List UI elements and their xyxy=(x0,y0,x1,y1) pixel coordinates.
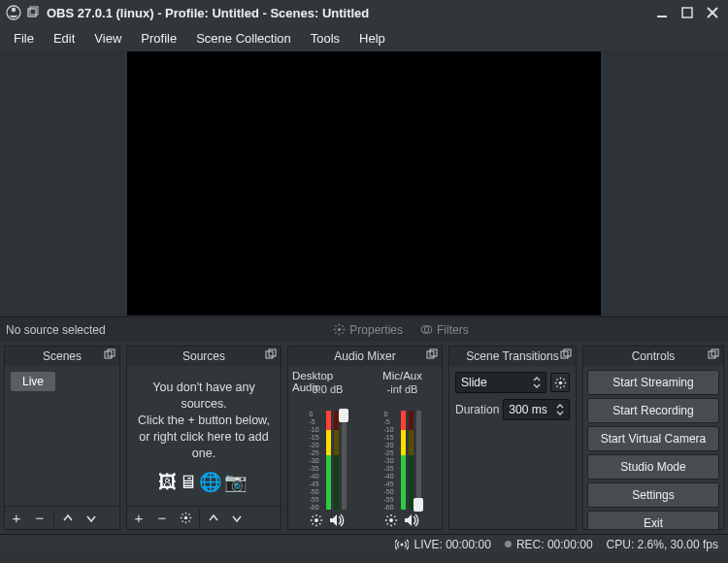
popout-icon[interactable] xyxy=(426,348,438,360)
menu-tools[interactable]: Tools xyxy=(301,27,349,50)
meter-bar xyxy=(409,411,414,510)
svg-point-8 xyxy=(338,328,341,331)
titlebar: OBS 27.0.1 (linux) - Profile: Untitled -… xyxy=(0,0,728,25)
svg-rect-2 xyxy=(28,9,36,17)
panel-scenes-title: Scenes xyxy=(43,349,82,363)
dock-panels: Scenes Live + − Sources You don't have a… xyxy=(0,342,728,534)
properties-button[interactable]: Properties xyxy=(329,321,407,339)
svg-point-15 xyxy=(183,516,187,520)
svg-point-25 xyxy=(401,543,404,546)
gear-icon xyxy=(333,323,346,336)
svg-point-1 xyxy=(12,8,17,13)
volume-slider[interactable] xyxy=(416,411,421,510)
app-icon xyxy=(6,5,21,20)
menu-view[interactable]: View xyxy=(84,27,131,50)
meter-bar xyxy=(326,411,331,510)
display-icon: 🖥 xyxy=(179,472,199,492)
status-live: LIVE: 00:00:00 xyxy=(395,538,490,551)
empty-sources-line: or right click here to add one. xyxy=(131,429,277,462)
panel-controls: Controls Start Streaming Start Recording… xyxy=(582,346,724,530)
speaker-icon[interactable] xyxy=(404,513,420,527)
meter-bar xyxy=(334,411,339,510)
remove-source-button[interactable]: − xyxy=(150,507,174,530)
panel-scenes: Scenes Live + − xyxy=(4,346,120,530)
scene-item[interactable]: Live xyxy=(11,372,55,391)
channel-gear-icon[interactable] xyxy=(384,513,398,527)
audio-channel: Mic/Aux -inf dB 0-5-10-15-20-25-30-35-40… xyxy=(367,370,438,529)
minimize-button[interactable] xyxy=(652,3,672,22)
empty-sources-line: You don't have any sources. xyxy=(131,380,277,413)
scene-up-button[interactable] xyxy=(56,507,80,530)
close-button[interactable] xyxy=(703,3,722,22)
popout-icon[interactable] xyxy=(265,348,277,360)
chevron-updown-icon xyxy=(533,377,541,388)
camera-icon: 📷 xyxy=(224,472,249,492)
panel-audio-mixer: Audio Mixer Desktop Audio 0.0 dB 0-5-10-… xyxy=(287,346,443,530)
panel-sources-title: Sources xyxy=(182,349,225,363)
menu-help[interactable]: Help xyxy=(349,27,395,50)
menu-edit[interactable]: Edit xyxy=(44,27,84,50)
channel-db: -inf dB xyxy=(387,383,418,397)
popout-icon[interactable] xyxy=(560,348,572,360)
channel-name: Mic/Aux xyxy=(382,370,422,383)
scene-down-button[interactable] xyxy=(80,507,103,530)
start-virtual-camera-button[interactable]: Start Virtual Camera xyxy=(587,426,719,451)
meter-bar xyxy=(401,411,406,510)
menu-profile[interactable]: Profile xyxy=(131,27,186,50)
preview-canvas[interactable] xyxy=(127,51,601,315)
source-toolbar: No source selected Properties Filters xyxy=(0,316,728,342)
image-icon: 🖼 xyxy=(158,472,179,492)
add-source-button[interactable]: + xyxy=(127,507,150,530)
db-scale: 0-5-10-15-20-25-30-35-40-45-50-55-60 xyxy=(384,411,398,510)
add-scene-button[interactable]: + xyxy=(5,507,28,530)
window-restore-icon xyxy=(25,6,39,19)
audio-channel: Desktop Audio 0.0 dB 0-5-10-15-20-25-30-… xyxy=(292,370,363,529)
globe-icon: 🌐 xyxy=(199,472,224,492)
exit-button[interactable]: Exit xyxy=(587,511,719,529)
broadcast-icon xyxy=(395,539,409,550)
rec-dot-icon xyxy=(505,541,512,547)
filters-button[interactable]: Filters xyxy=(416,321,473,339)
empty-sources-line: Click the + button below, xyxy=(131,413,277,429)
remove-scene-button[interactable]: − xyxy=(28,507,51,530)
studio-mode-button[interactable]: Studio Mode xyxy=(587,454,719,480)
db-scale: 0-5-10-15-20-25-30-35-40-45-50-55-60 xyxy=(310,411,323,510)
menu-scene-collection[interactable]: Scene Collection xyxy=(186,27,301,50)
source-up-button[interactable] xyxy=(202,507,225,530)
panel-transitions: Scene Transitions Slide Duration 300 ms xyxy=(448,346,577,530)
source-settings-button[interactable] xyxy=(174,507,197,530)
speaker-icon[interactable] xyxy=(329,513,346,527)
panel-controls-title: Controls xyxy=(632,349,676,363)
no-source-label: No source selected xyxy=(6,323,106,337)
duration-label: Duration xyxy=(455,403,499,416)
transition-select[interactable]: Slide xyxy=(455,372,546,393)
popout-icon[interactable] xyxy=(708,348,719,360)
panel-transitions-title: Scene Transitions xyxy=(466,349,558,363)
maximize-button[interactable] xyxy=(678,3,697,22)
channel-db: 0.0 dB xyxy=(313,383,344,397)
duration-spinbox[interactable]: 300 ms xyxy=(503,399,570,420)
svg-point-22 xyxy=(558,381,562,384)
window-title: OBS 27.0.1 (linux) - Profile: Untitled -… xyxy=(47,6,652,20)
svg-rect-5 xyxy=(682,8,692,17)
source-down-button[interactable] xyxy=(225,507,248,530)
svg-rect-3 xyxy=(30,7,38,15)
popout-icon[interactable] xyxy=(104,348,116,360)
volume-slider[interactable] xyxy=(342,411,347,510)
statusbar: LIVE: 00:00:00 REC: 00:00:00 CPU: 2.6%, … xyxy=(0,534,728,553)
transition-settings-button[interactable] xyxy=(550,373,570,392)
status-cpu: CPU: 2.6%, 30.00 fps xyxy=(607,538,718,551)
panel-mixer-title: Audio Mixer xyxy=(334,349,395,363)
start-streaming-button[interactable]: Start Streaming xyxy=(587,370,719,395)
start-recording-button[interactable]: Start Recording xyxy=(587,398,719,423)
panel-sources: Sources You don't have any sources. Clic… xyxy=(126,346,281,530)
settings-button[interactable]: Settings xyxy=(587,482,719,508)
sources-list[interactable]: You don't have any sources. Click the + … xyxy=(127,366,281,506)
channel-gear-icon[interactable] xyxy=(310,513,323,527)
svg-point-18 xyxy=(314,518,318,522)
menu-file[interactable]: File xyxy=(4,27,44,50)
status-rec: REC: 00:00:00 xyxy=(505,538,593,551)
filter-icon xyxy=(420,323,433,336)
menubar: File Edit View Profile Scene Collection … xyxy=(0,25,728,50)
source-type-icons: 🖼🖥🌐📷 xyxy=(127,465,281,493)
